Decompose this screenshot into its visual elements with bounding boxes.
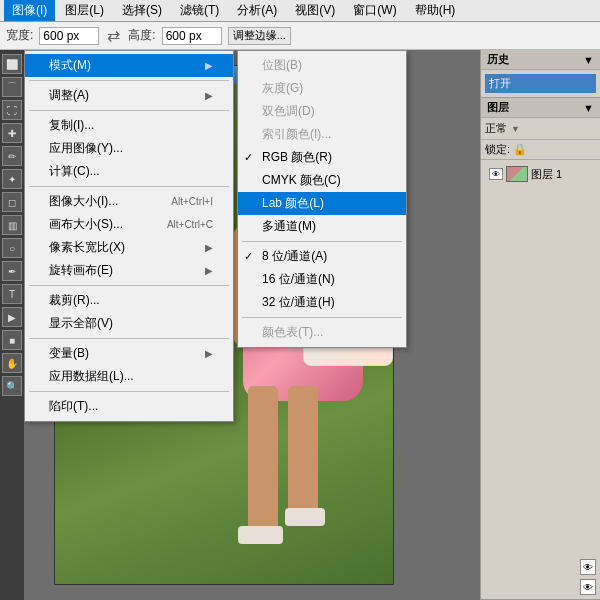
tool-zoom[interactable]: 🔍 (2, 376, 22, 396)
layers-section: 图层 ▼ 正常 ▼ 锁定: 🔒 👁 图层 1 (481, 98, 600, 600)
menubar-item-filter[interactable]: 滤镜(T) (172, 0, 227, 21)
tool-stamp[interactable]: ✦ (2, 169, 22, 189)
menu-item-adjust-label: 调整(A) (49, 87, 89, 104)
width-label: 宽度: (6, 27, 33, 44)
menu-item-duplicate[interactable]: 复制(I)... (25, 114, 233, 137)
separator-1 (29, 80, 229, 81)
separator-2 (29, 110, 229, 111)
menu-item-rotate-canvas[interactable]: 旋转画布(E) ▶ (25, 259, 233, 282)
menu-item-watermark[interactable]: 陷印(T)... (25, 395, 233, 418)
main-area: ⬜ ⌒ ⛶ ✚ ✏ ✦ ◻ ▥ ○ ✒ T ▶ ■ ✋ 🔍 (0, 50, 600, 600)
panel-icons-bottom: 👁 👁 (481, 555, 600, 599)
menu-item-canvas-size[interactable]: 画布大小(S)... Alt+Ctrl+C (25, 213, 233, 236)
height-label: 高度: (128, 27, 155, 44)
tool-path-select[interactable]: ▶ (2, 307, 22, 327)
menu-item-mode-arrow: ▶ (205, 60, 213, 71)
history-section: 历史 ▼ 打开 (481, 50, 600, 98)
menu-item-crop[interactable]: 裁剪(R)... (25, 289, 233, 312)
app-wrapper: 图像(I) 图层(L) 选择(S) 滤镜(T) 分析(A) 视图(V) 窗口(W… (0, 0, 600, 600)
tool-healing[interactable]: ✚ (2, 123, 22, 143)
history-title: 历史 (487, 52, 509, 67)
submenu-8bit[interactable]: 8 位/通道(A) (238, 245, 406, 268)
lock-icon[interactable]: 🔒 (513, 143, 527, 156)
submenu-rgb-color[interactable]: RGB 颜色(R) (238, 146, 406, 169)
separator-5 (29, 338, 229, 339)
history-expand-icon[interactable]: ▼ (583, 54, 594, 66)
layers-list: 👁 图层 1 (481, 160, 600, 188)
layers-title: 图层 (487, 100, 509, 115)
submenu-multichannel[interactable]: 多通道(M) (238, 215, 406, 238)
menubar-item-window[interactable]: 窗口(W) (345, 0, 404, 21)
layers-expand-icon[interactable]: ▼ (583, 102, 594, 114)
submenu-indexed-color[interactable]: 索引颜色(I)... (238, 123, 406, 146)
layers-toolbar: 正常 ▼ (481, 118, 600, 140)
tool-crop[interactable]: ⛶ (2, 100, 22, 120)
lock-row: 锁定: 🔒 (481, 140, 600, 160)
mode-separator-2 (242, 317, 402, 318)
history-content: 打开 (481, 70, 600, 97)
canvas-area: fiG 模式(M) ▶ 调整(A) ▶ (24, 50, 480, 600)
lock-label: 锁定: (485, 142, 510, 157)
visibility-icon-1[interactable]: 👁 (580, 559, 596, 575)
menubar-item-analysis[interactable]: 分析(A) (229, 0, 285, 21)
tools-panel: ⬜ ⌒ ⛶ ✚ ✏ ✦ ◻ ▥ ○ ✒ T ▶ ■ ✋ 🔍 (0, 50, 24, 600)
tool-marquee[interactable]: ⬜ (2, 54, 22, 74)
blend-mode-arrow[interactable]: ▼ (511, 124, 520, 134)
submenu-cmyk-color[interactable]: CMYK 颜色(C) (238, 169, 406, 192)
submenu-duotone[interactable]: 双色调(D) (238, 100, 406, 123)
tool-hand[interactable]: ✋ (2, 353, 22, 373)
tool-dodge[interactable]: ○ (2, 238, 22, 258)
submenu-16bit[interactable]: 16 位/通道(N) (238, 268, 406, 291)
menu-item-calculate[interactable]: 计算(C)... (25, 160, 233, 183)
separator-4 (29, 285, 229, 286)
history-header: 历史 ▼ (481, 50, 600, 70)
tool-pen[interactable]: ✒ (2, 261, 22, 281)
mode-separator-1 (242, 241, 402, 242)
layer-item-0[interactable]: 👁 图层 1 (485, 164, 596, 184)
separator-3 (29, 186, 229, 187)
menu-bar: 图像(I) 图层(L) 选择(S) 滤镜(T) 分析(A) 视图(V) 窗口(W… (0, 0, 600, 22)
menu-item-apply-image[interactable]: 应用图像(Y)... (25, 137, 233, 160)
submenu-lab-color[interactable]: Lab 颜色(L) (238, 192, 406, 215)
menubar-item-view[interactable]: 视图(V) (287, 0, 343, 21)
tool-brush[interactable]: ✏ (2, 146, 22, 166)
menu-item-apply-dataset[interactable]: 应用数据组(L)... (25, 365, 233, 388)
width-input[interactable] (39, 27, 99, 45)
submenu-grayscale[interactable]: 灰度(G) (238, 77, 406, 100)
tool-lasso[interactable]: ⌒ (2, 77, 22, 97)
menu-item-show-all[interactable]: 显示全部(V) (25, 312, 233, 335)
menu-mode-submenu: 位图(B) 灰度(G) 双色调(D) 索引颜色(I)... RGB 颜色(R) (237, 50, 407, 348)
layer-name-0: 图层 1 (531, 167, 562, 182)
menubar-item-help[interactable]: 帮助(H) (407, 0, 464, 21)
swap-icon: ⇄ (105, 26, 122, 45)
layer-eye-0[interactable]: 👁 (489, 168, 503, 180)
submenu-32bit[interactable]: 32 位/通道(H) (238, 291, 406, 314)
history-item-open[interactable]: 打开 (485, 74, 596, 93)
tool-text[interactable]: T (2, 284, 22, 304)
menubar-item-image[interactable]: 图像(I) (4, 0, 55, 21)
layers-header: 图层 ▼ (481, 98, 600, 118)
separator-6 (29, 391, 229, 392)
tool-gradient[interactable]: ▥ (2, 215, 22, 235)
menu-image-dropdown: 模式(M) ▶ 调整(A) ▶ 复制(I)... 应用图像(Y)... (24, 50, 234, 422)
menu-item-mode[interactable]: 模式(M) ▶ (25, 54, 233, 77)
height-input[interactable] (162, 27, 222, 45)
toolbar: 宽度: ⇄ 高度: 调整边缘... (0, 22, 600, 50)
submenu-color-table[interactable]: 颜色表(T)... (238, 321, 406, 344)
layer-thumb-0 (506, 166, 528, 182)
tool-shape[interactable]: ■ (2, 330, 22, 350)
menu-item-mode-label: 模式(M) (49, 57, 91, 74)
menu-item-adjust-arrow: ▶ (205, 90, 213, 101)
menu-item-image-size[interactable]: 图像大小(I)... Alt+Ctrl+I (25, 190, 233, 213)
submenu-bitmap[interactable]: 位图(B) (238, 54, 406, 77)
tool-eraser[interactable]: ◻ (2, 192, 22, 212)
menubar-item-layers[interactable]: 图层(L) (57, 0, 112, 21)
visibility-icon-2[interactable]: 👁 (580, 579, 596, 595)
menu-item-adjust[interactable]: 调整(A) ▶ (25, 84, 233, 107)
blend-mode-label: 正常 (485, 121, 507, 136)
right-panel: 历史 ▼ 打开 图层 ▼ 正常 ▼ 锁定: 🔒 (480, 50, 600, 600)
adjust-edges-button[interactable]: 调整边缘... (228, 27, 291, 45)
menu-item-variable[interactable]: 变量(B) ▶ (25, 342, 233, 365)
menubar-item-select[interactable]: 选择(S) (114, 0, 170, 21)
menu-item-pixel-ratio[interactable]: 像素长宽比(X) ▶ (25, 236, 233, 259)
